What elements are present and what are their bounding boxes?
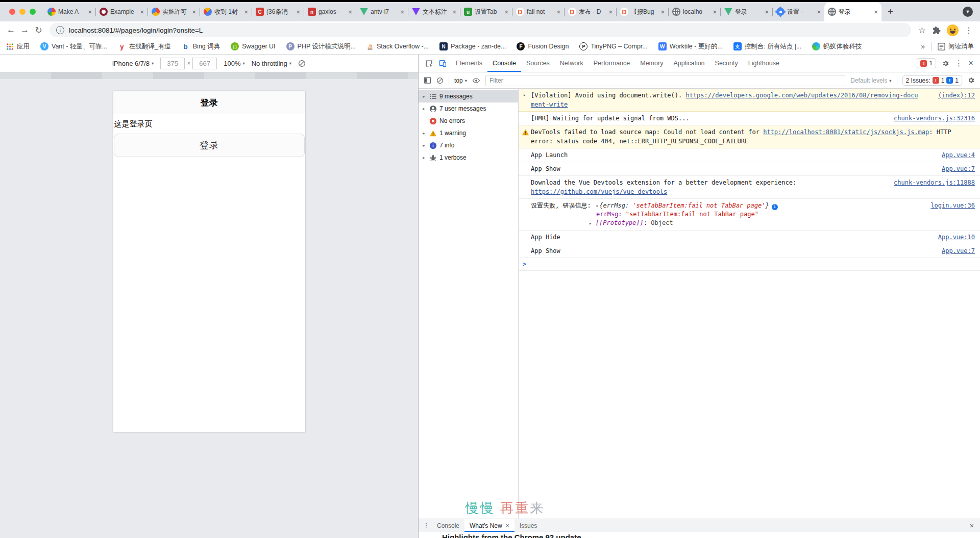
message-link[interactable]: ment-write — [531, 101, 568, 108]
expand-triangle-icon[interactable]: ▸ — [421, 143, 427, 148]
browser-tab[interactable]: 登录× — [721, 2, 772, 21]
browser-tab[interactable]: C(36条消× — [252, 2, 304, 21]
drawer-tab-console[interactable]: Console — [432, 519, 464, 532]
bookmark-item[interactable]: 应用 — [6, 42, 30, 51]
object-property-row[interactable]: errMsg: "setTabBarItem:fail not TabBar p… — [531, 210, 923, 219]
bookmark-item[interactable]: NPackage - zan-de... — [439, 42, 506, 50]
devtools-tab-console[interactable]: Console — [487, 55, 521, 72]
profile-avatar[interactable] — [947, 24, 959, 36]
address-bar[interactable]: i localhost:8081/#/pages/login/login?ons… — [50, 23, 911, 37]
sidebar-item-1-warning[interactable]: ▸1 warning — [419, 127, 518, 139]
browser-tab[interactable]: ngaxios -× — [304, 2, 356, 21]
browser-tab[interactable]: 实施许可× — [148, 2, 200, 21]
bookmark-item[interactable]: bBing 词典 — [182, 42, 220, 51]
rotate-viewport-icon[interactable] — [298, 60, 306, 67]
drawer-tab-issues[interactable]: Issues — [514, 519, 543, 532]
expand-triangle-icon[interactable]: ▸ — [421, 94, 427, 99]
devtools-settings-icon[interactable] — [942, 60, 949, 67]
message-link[interactable]: https://github.com/vuejs/vue-devtools — [531, 188, 667, 195]
bookmark-item[interactable]: Stack Overflow -... — [366, 43, 429, 50]
browser-tab[interactable]: Example× — [96, 2, 148, 21]
devtools-tab-performance[interactable]: Performance — [589, 55, 635, 72]
sidebar-item-1-verbose[interactable]: ▸1 verbose — [419, 151, 518, 164]
drawer-tab-what's-new[interactable]: What's New× — [464, 519, 514, 532]
drawer-close-icon[interactable]: × — [966, 522, 978, 530]
bookmarks-overflow-button[interactable]: » — [921, 42, 925, 50]
tab-close-icon[interactable]: × — [608, 8, 612, 16]
browser-tab[interactable]: D【报Bug× — [617, 2, 668, 21]
browser-tab[interactable]: 文本标注× — [408, 2, 460, 21]
console-settings-icon[interactable] — [967, 76, 975, 84]
tab-close-icon[interactable]: × — [504, 8, 508, 16]
device-select[interactable]: iPhone 6/7/8 ▾ — [112, 60, 154, 67]
source-link[interactable]: App.vue:7 — [942, 165, 975, 172]
devtools-tab-elements[interactable]: Elements — [451, 55, 487, 72]
devtools-close-icon[interactable]: × — [968, 58, 973, 68]
browser-tab[interactable]: localho× — [669, 2, 720, 21]
message-link[interactable]: https://developers.google.com/web/update… — [685, 92, 918, 99]
source-link[interactable]: chunk-vendors.js:11888 — [894, 179, 975, 186]
sidebar-item-9-messages[interactable]: ▸9 messages — [419, 90, 518, 103]
devtools-tab-lighthouse[interactable]: Lighthouse — [743, 55, 785, 72]
message-link[interactable]: http://localhost:8081/static/js/sockjs.j… — [763, 129, 929, 136]
zoom-window-button[interactable] — [30, 9, 36, 15]
sidebar-item-7-info[interactable]: ▸7 info — [419, 139, 518, 151]
source-link[interactable]: App.vue:4 — [942, 151, 975, 159]
reload-button[interactable]: ↻ — [32, 23, 45, 37]
clear-console-icon[interactable] — [436, 77, 444, 84]
reading-list-button[interactable]: 阅读清单 — [938, 42, 974, 51]
tab-close-icon[interactable]: × — [244, 8, 248, 16]
tab-close-icon[interactable]: × — [660, 8, 665, 16]
devtools-tab-security[interactable]: Security — [710, 55, 743, 72]
tab-close-icon[interactable]: × — [88, 8, 92, 16]
expand-triangle-icon[interactable]: ▸ — [421, 106, 427, 111]
expand-triangle-icon[interactable]: ▸ — [421, 131, 427, 136]
devtools-menu-icon[interactable]: ⋮ — [955, 59, 963, 68]
back-button[interactable]: ← — [4, 23, 18, 37]
site-info-icon[interactable]: i — [56, 26, 64, 34]
tab-close-icon[interactable]: × — [874, 8, 878, 16]
browser-tab[interactable]: antv-l7× — [356, 2, 408, 21]
close-window-button[interactable] — [9, 9, 15, 15]
error-count-pill[interactable]: ! 1 — [917, 58, 936, 68]
execution-context-select[interactable]: top ▾ — [454, 77, 467, 84]
bookmark-star-icon[interactable]: ☆ — [918, 25, 926, 36]
sidebar-item-no-errors[interactable]: No errors — [419, 115, 518, 127]
object-property-row[interactable]: ▸ [[Prototype]]: Object — [531, 219, 923, 227]
new-tab-button[interactable]: + — [888, 6, 893, 17]
source-link[interactable]: (index):12 — [938, 92, 975, 99]
tab-close-icon[interactable]: × — [452, 8, 456, 16]
issues-pill[interactable]: 2 Issues: ! 1 ! 1 — [902, 75, 962, 86]
browser-tab[interactable]: 登录× — [824, 2, 881, 21]
throttling-select[interactable]: No throttling ▾ — [252, 60, 291, 67]
log-levels-select[interactable]: Default levels ▾ — [850, 77, 891, 84]
tab-close-icon[interactable]: × — [556, 8, 560, 16]
bookmark-item[interactable]: y在线翻译_有道 — [118, 42, 171, 51]
tab-close-icon[interactable]: × — [192, 8, 196, 16]
bookmark-item[interactable]: WWorktile - 更好的... — [658, 42, 723, 51]
tab-close-icon[interactable]: × — [817, 8, 821, 16]
tab-close-icon[interactable]: × — [348, 8, 352, 16]
bookmark-item[interactable]: FFusion Design — [517, 42, 569, 50]
source-link[interactable]: chunk-vendors.js:32316 — [894, 115, 975, 122]
console-prompt[interactable]: > — [519, 258, 980, 271]
tab-close-icon[interactable]: × — [296, 8, 300, 16]
browser-menu-icon[interactable]: ⋮ — [965, 25, 973, 35]
bookmark-item[interactable]: PTinyPNG – Compr... — [579, 42, 647, 50]
live-expression-eye-icon[interactable] — [472, 76, 480, 85]
expand-triangle-icon[interactable]: ▸ — [523, 92, 526, 99]
browser-tab[interactable]: 收到 1封× — [200, 2, 252, 21]
minimize-window-button[interactable] — [19, 9, 26, 15]
tab-close-icon[interactable]: × — [400, 8, 404, 16]
drawer-tab-close-icon[interactable]: × — [506, 522, 509, 529]
browser-tab[interactable]: D发布 - D× — [565, 2, 616, 21]
drawer-more-icon[interactable]: ⋮ — [421, 522, 432, 529]
devtools-tab-application[interactable]: Application — [668, 55, 709, 72]
tab-close-icon[interactable]: × — [765, 8, 769, 16]
viewport-height-input[interactable]: 667 — [192, 58, 217, 69]
browser-tab[interactable]: Make A× — [44, 2, 95, 21]
forward-button[interactable]: → — [18, 23, 32, 37]
devtools-tab-sources[interactable]: Sources — [521, 55, 555, 72]
devtools-tab-network[interactable]: Network — [555, 55, 589, 72]
bookmark-item[interactable]: VVant - 轻量、可靠... — [40, 42, 107, 51]
